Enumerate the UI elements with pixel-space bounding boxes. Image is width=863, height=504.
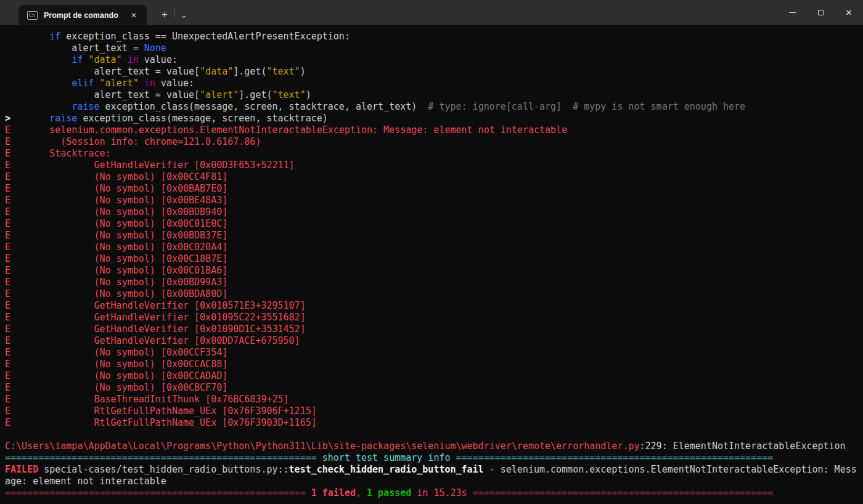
terminal-text-segment: E RtlGetFullPathName_UEx [0x76F3903D+116… xyxy=(5,417,317,428)
terminal-text-segment: elif xyxy=(72,78,94,89)
terminal-text-segment xyxy=(122,54,128,65)
close-button[interactable]: ✕ xyxy=(835,0,863,25)
terminal-line: E (No symbol) [0x00BDB37E] xyxy=(5,230,863,242)
terminal-text-segment: E Stacktrace: xyxy=(5,148,111,159)
terminal-line: E (No symbol) [0x00CC4F81] xyxy=(5,171,863,183)
terminal-line: alert_text = None xyxy=(5,43,863,54)
terminal-text-segment: , xyxy=(356,487,367,498)
terminal-line: E (No symbol) [0x00BD99A3] xyxy=(5,277,863,288)
terminal-text-segment: in 15.23s xyxy=(417,487,467,498)
terminal-text-segment xyxy=(5,78,72,89)
terminal-text-segment xyxy=(306,487,311,498)
terminal-text-segment xyxy=(411,487,417,498)
terminal-text-segment: value: xyxy=(139,54,178,65)
terminal-text-segment: E (No symbol) [0x00C18B7E] xyxy=(5,253,227,264)
terminal-line: E (No symbol) [0x00BDA80D] xyxy=(5,288,863,300)
terminal-text-segment: value: xyxy=(155,78,194,89)
terminal-line: E (No symbol) [0x00CCAC88] xyxy=(5,359,863,370)
terminal-text-segment: test_check_hidden_radio_button_fail xyxy=(289,464,484,475)
terminal-line: alert_text = value["data"].get("text") xyxy=(5,66,863,78)
minimize-button[interactable] xyxy=(778,0,806,25)
maximize-button[interactable] xyxy=(806,0,835,25)
terminal-text-segment: C:\Users\iampa\AppData\Local\Programs\Py… xyxy=(5,441,640,452)
terminal-text-segment: "data" xyxy=(200,66,233,77)
terminal-text-segment: raise xyxy=(72,101,99,112)
terminal-text-segment: exception_class == UnexpectedAlertPresen… xyxy=(60,31,350,42)
terminal-line: ========================================… xyxy=(5,487,863,499)
terminal-line: E GetHandleVerifier [0x01095C22+3551682] xyxy=(5,312,863,323)
window-controls: ✕ xyxy=(778,0,863,25)
cmd-prompt-icon: C:\ xyxy=(27,11,38,20)
terminal-text-segment: E (No symbol) [0x00C01BA6] xyxy=(5,265,227,276)
terminal-text-segment xyxy=(5,101,72,112)
terminal-text-segment: "alert" xyxy=(100,78,139,89)
terminal-text-segment: E (No symbol) [0x00CCAC88] xyxy=(5,359,227,370)
terminal-output[interactable]: if exception_class == UnexpectedAlertPre… xyxy=(0,25,863,499)
terminal-text-segment: FAILED xyxy=(5,464,38,475)
terminal-text-segment: E (No symbol) [0x00CCADAD] xyxy=(5,370,227,381)
terminal-text-segment: ========================================… xyxy=(473,487,774,498)
terminal-text-segment xyxy=(5,54,72,65)
terminal-line: E Stacktrace: xyxy=(5,148,863,160)
terminal-text-segment: E RtlGetFullPathName_UEx [0x76F3906F+121… xyxy=(5,405,317,417)
terminal-line: E GetHandleVerifier [0x00DD7ACE+675950] xyxy=(5,335,863,347)
terminal-text-segment: E GetHandleVerifier [0x01095C22+3551682] xyxy=(5,312,306,323)
terminal-text-segment: raise xyxy=(49,113,77,124)
terminal-line: E (No symbol) [0x00BAB7E0] xyxy=(5,183,863,195)
terminal-text-segment: "text" xyxy=(266,66,300,77)
terminal-text-segment: "text" xyxy=(272,89,305,100)
tab-prompt-de-comando[interactable]: C:\ Prompt de comando ✕ xyxy=(18,5,147,25)
terminal-line: age: element not interactable xyxy=(5,476,863,487)
terminal-line: E BaseThreadInitThunk [0x76BC6839+25] xyxy=(5,394,863,405)
terminal-text-segment: ].get( xyxy=(239,89,272,100)
terminal-line: E (Session info: chrome=121.0.6167.86) xyxy=(5,136,863,148)
terminal-line: E (No symbol) [0x00C18B7E] xyxy=(5,253,863,265)
terminal-text-segment: ) xyxy=(300,66,306,77)
terminal-line: E RtlGetFullPathName_UEx [0x76F3903D+116… xyxy=(5,417,863,429)
terminal-line: ========================================… xyxy=(5,452,863,464)
terminal-line: E (No symbol) [0x00CCADAD] xyxy=(5,370,863,382)
terminal-text-segment: > xyxy=(5,113,10,124)
terminal-text-segment: :229: ElementNotInteractableException xyxy=(640,441,846,452)
tab-close-icon[interactable]: ✕ xyxy=(127,9,141,22)
terminal-text-segment: E selenium.common.exceptions.ElementNotI… xyxy=(5,124,567,136)
terminal-text-segment: E GetHandleVerifier [0x010571E3+3295107] xyxy=(5,300,306,311)
terminal-line: E selenium.common.exceptions.ElementNotI… xyxy=(5,124,863,136)
terminal-text-segment xyxy=(139,78,144,89)
terminal-text-segment: exception_class(message, screen, stacktr… xyxy=(100,101,417,112)
terminal-text-segment: E (No symbol) [0x00BDA80D] xyxy=(5,288,227,299)
terminal-text-segment: E (No symbol) [0x00BDB37E] xyxy=(5,230,227,241)
terminal-line: E GetHandleVerifier [0x01090D1C+3531452] xyxy=(5,323,863,335)
terminal-line: E (No symbol) [0x00C01BA6] xyxy=(5,265,863,277)
terminal-line: raise exception_class(message, screen, s… xyxy=(5,101,863,113)
terminal-line: E (No symbol) [0x00CCF354] xyxy=(5,347,863,359)
new-tab-button[interactable]: + xyxy=(156,6,173,23)
terminal-text-segment: E GetHandleVerifier [0x00DD7ACE+675950] xyxy=(5,335,300,346)
terminal-text-segment: exception_class(message, screen, stacktr… xyxy=(77,113,327,124)
terminal-text-segment: alert_text = xyxy=(5,43,144,54)
terminal-text-segment xyxy=(467,487,473,498)
terminal-text-segment: special-cases/test_hidden_radio_buttons.… xyxy=(38,464,288,475)
terminal-text-segment xyxy=(5,31,49,42)
terminal-text-segment: ].get( xyxy=(233,66,266,77)
terminal-line: if "data" in value: xyxy=(5,54,863,66)
terminal-text-segment: E GetHandleVerifier [0x01090D1C+3531452] xyxy=(5,323,306,335)
terminal-text-segment: ========================================… xyxy=(456,452,774,463)
terminal-text-segment xyxy=(10,113,49,124)
terminal-text-segment: E (No symbol) [0x00C01E0C] xyxy=(5,218,227,229)
terminal-line xyxy=(5,429,863,441)
terminal-text-segment: "data" xyxy=(88,54,121,65)
terminal-line: alert_text = value["alert"].get("text") xyxy=(5,89,863,101)
terminal-text-segment: E (No symbol) [0x00BD99A3] xyxy=(5,277,227,288)
tab-dropdown-button[interactable]: ⌄ xyxy=(175,6,192,23)
terminal-text-segment: ========================================… xyxy=(5,452,317,463)
terminal-text-segment: E (No symbol) [0x00BAB7E0] xyxy=(5,183,227,194)
terminal-line: E GetHandleVerifier [0x010571E3+3295107] xyxy=(5,300,863,312)
terminal-text-segment xyxy=(94,78,100,89)
terminal-line: FAILED special-cases/test_hidden_radio_b… xyxy=(5,464,863,476)
tab-title: Prompt de comando xyxy=(44,11,127,20)
terminal-text-segment: if xyxy=(72,54,83,65)
terminal-line: E RtlGetFullPathName_UEx [0x76F3906F+121… xyxy=(5,405,863,417)
close-icon: ✕ xyxy=(846,8,853,17)
window-titlebar: C:\ Prompt de comando ✕ + ⌄ ✕ xyxy=(0,0,863,25)
